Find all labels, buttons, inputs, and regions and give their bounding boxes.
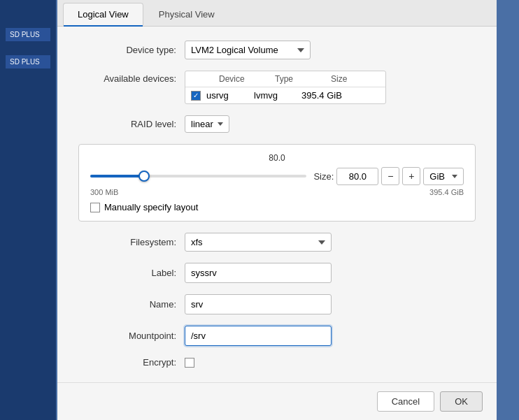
slider-thumb[interactable] [138, 171, 150, 182]
available-devices-label: Available devices: [78, 73, 176, 84]
name-input[interactable] [185, 294, 332, 314]
ok-button[interactable]: OK [440, 391, 483, 412]
tab-physical-view[interactable]: Physical View [145, 3, 229, 26]
size-decrease-button[interactable]: − [381, 167, 399, 185]
raid-level-dropdown[interactable]: linear [185, 115, 229, 133]
label-input[interactable] [185, 263, 332, 283]
size-unit-dropdown[interactable]: GiB [423, 168, 464, 185]
filesystem-row: Filesystem: xfs [78, 233, 476, 252]
device-type-dropdown[interactable]: LVM2 Logical Volume [185, 41, 311, 59]
raid-level-row: RAID level: linear [78, 115, 476, 133]
slider-current-value: 80.0 [90, 153, 464, 163]
size-label: Size: [313, 171, 334, 182]
devices-col-size: Size [331, 74, 380, 84]
manual-layout-row: Manually specify layout [90, 202, 464, 212]
bg-item-2: SD PLUS [6, 55, 50, 68]
filesystem-label: Filesystem: [78, 237, 176, 247]
size-unit-value: GiB [429, 171, 445, 182]
slider-min-label: 300 MiB [90, 188, 118, 196]
device-checkbox-0[interactable]: ✓ [191, 91, 201, 101]
raid-level-arrow-icon [218, 122, 223, 126]
manual-layout-label: Manually specify layout [104, 202, 198, 212]
name-row: Name: [78, 294, 476, 314]
devices-table: Device Type Size ✓ usrvg lvmvg 395.4 GiB [185, 71, 386, 104]
background-left-panel: SD PLUS SD PLUS [0, 0, 56, 420]
slider-section: 80.0 Size: − + GiB 300 Mi [78, 144, 476, 222]
device-type-label: Device type: [78, 45, 176, 55]
mountpoint-row: Mountpoint: [78, 326, 476, 346]
slider-fill [90, 175, 144, 178]
device-type-0: lvmvg [254, 90, 296, 101]
device-type-value: LVM2 Logical Volume [191, 45, 278, 55]
size-increase-button[interactable]: + [402, 167, 420, 185]
manual-layout-checkbox[interactable] [90, 203, 100, 212]
devices-col-device: Device [219, 74, 261, 84]
checkbox-check-icon: ✓ [193, 92, 199, 99]
encrypt-checkbox[interactable] [185, 358, 194, 368]
main-dialog: Logical View Physical View Device type: … [57, 0, 497, 420]
label-label: Label: [78, 268, 176, 278]
mountpoint-input[interactable] [185, 326, 332, 346]
device-size-0: 395.4 GiB [301, 90, 350, 101]
mountpoint-label: Mountpoint: [78, 331, 176, 341]
devices-header: Device Type Size [185, 71, 385, 87]
devices-col-type: Type [275, 74, 317, 84]
size-unit-arrow-icon [452, 175, 457, 178]
tab-bar: Logical View Physical View [57, 0, 497, 27]
device-type-arrow-icon [297, 48, 304, 52]
slider-labels: 300 MiB 395.4 GiB [90, 188, 464, 196]
label-row: Label: [78, 263, 476, 283]
name-label: Name: [78, 299, 176, 310]
size-controls: Size: − + GiB [313, 167, 464, 185]
slider-row: Size: − + GiB [90, 167, 464, 185]
cancel-button[interactable]: Cancel [377, 391, 434, 412]
slider-max-label: 395.4 GiB [429, 188, 464, 196]
bg-item-1: SD PLUS [6, 28, 50, 41]
dialog-content: Device type: LVM2 Logical Volume Availab… [57, 27, 497, 382]
size-input[interactable] [336, 168, 378, 185]
tab-logical-view[interactable]: Logical View [63, 3, 143, 26]
device-type-row: Device type: LVM2 Logical Volume [78, 41, 476, 59]
slider-track[interactable] [90, 175, 306, 178]
available-devices-row: Available devices: Device Type Size ✓ us… [78, 71, 476, 104]
filesystem-dropdown[interactable]: xfs [185, 233, 332, 252]
filesystem-arrow-icon [318, 240, 325, 245]
raid-level-value: linear [191, 119, 213, 129]
filesystem-value: xfs [191, 237, 203, 247]
encrypt-row: Encrypt: [78, 357, 476, 368]
device-name-0: usrvg [206, 90, 248, 101]
raid-level-label: RAID level: [78, 119, 176, 129]
encrypt-label: Encrypt: [78, 357, 176, 368]
devices-row-0: ✓ usrvg lvmvg 395.4 GiB [185, 87, 385, 103]
dialog-footer: Cancel OK [57, 382, 497, 420]
